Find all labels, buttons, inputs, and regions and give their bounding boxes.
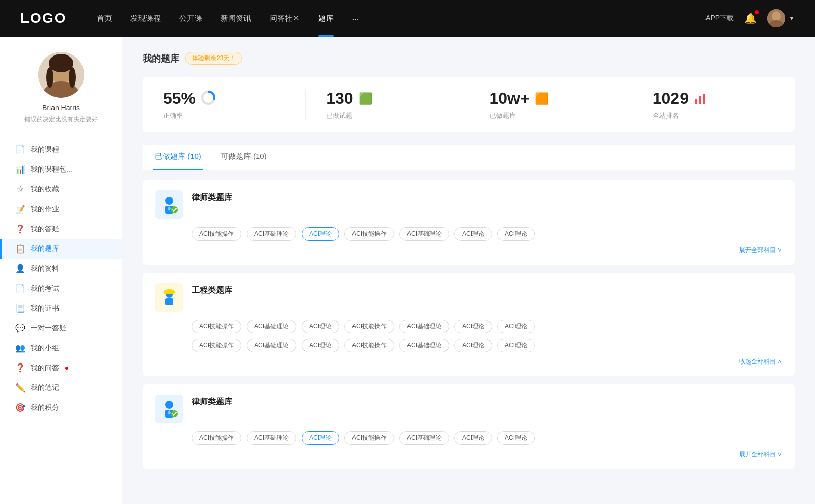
accuracy-label: 正确率 bbox=[163, 111, 183, 120]
eng-tag-r2-6[interactable]: ACI理论 bbox=[497, 339, 535, 352]
eng-tag-r2-0[interactable]: ACI技能操作 bbox=[192, 339, 241, 352]
sidebar-item-group[interactable]: 👥 我的小组 bbox=[0, 338, 122, 358]
sidebar-item-points[interactable]: 🎯 我的积分 bbox=[0, 398, 122, 417]
nav-discover[interactable]: 发现课程 bbox=[130, 14, 161, 23]
law2-tag-0[interactable]: ACI技能操作 bbox=[192, 431, 241, 445]
eng-tag-r2-3[interactable]: ACI技能操作 bbox=[344, 339, 394, 352]
eng-tag-r2-4[interactable]: ACI基础理论 bbox=[399, 339, 449, 352]
law2-tag-1[interactable]: ACI基础理论 bbox=[247, 431, 296, 445]
user-avatar bbox=[38, 52, 84, 98]
bank-tags-engineer-row1: ACI技能操作 ACI基础理论 ACI理论 ACI技能操作 ACI基础理论 AC… bbox=[192, 320, 782, 333]
one-on-one-icon: 💬 bbox=[15, 323, 25, 333]
eng-tag-r1-1[interactable]: ACI基础理论 bbox=[247, 320, 296, 333]
list-icon: 🟧 bbox=[535, 92, 549, 105]
tag-6[interactable]: ACI理论 bbox=[497, 227, 535, 241]
banks-label: 已做题库 bbox=[490, 111, 516, 120]
collapse-link-2[interactable]: 收起全部科目 ∧ bbox=[155, 357, 782, 366]
sidebar-item-exam[interactable]: 📄 我的考试 bbox=[0, 278, 122, 298]
tag-1[interactable]: ACI基础理论 bbox=[247, 227, 296, 241]
logo: LOGO bbox=[20, 10, 66, 26]
sidebar-item-notes[interactable]: ✏️ 我的笔记 bbox=[0, 378, 122, 398]
page-title: 我的题库 bbox=[143, 52, 179, 65]
bank-card-engineer: 工程类题库 ACI技能操作 ACI基础理论 ACI理论 ACI技能操作 ACI基… bbox=[143, 273, 795, 376]
bank-card-header-3: 律师类题库 bbox=[155, 395, 782, 423]
user-motto: 错误的决定比没有决定要好 bbox=[24, 115, 98, 124]
tag-0[interactable]: ACI技能操作 bbox=[192, 227, 241, 241]
eng-tag-r2-1[interactable]: ACI基础理论 bbox=[247, 339, 296, 352]
svg-rect-12 bbox=[699, 96, 701, 104]
expand-link-3[interactable]: 展开全部科目 ∨ bbox=[155, 450, 782, 459]
eng-tag-r1-4[interactable]: ACI基础理论 bbox=[399, 320, 449, 333]
tag-3[interactable]: ACI技能操作 bbox=[344, 227, 394, 241]
qa-dot-badge bbox=[65, 367, 68, 370]
stat-rank-top: 1029 bbox=[653, 89, 708, 108]
law2-tag-4[interactable]: ACI基础理论 bbox=[399, 431, 449, 445]
app-download[interactable]: APP下载 bbox=[705, 14, 734, 23]
tab-done[interactable]: 已做题库 (10) bbox=[153, 145, 203, 170]
stat-questions: 130 🟩 已做试题 bbox=[306, 89, 469, 120]
sidebar-item-one-on-one[interactable]: 💬 一对一答疑 bbox=[0, 318, 122, 338]
tag-2[interactable]: ACI理论 bbox=[302, 227, 339, 241]
nav-home[interactable]: 首页 bbox=[97, 14, 112, 23]
sidebar-menu: 📄 我的课程 📊 我的课程包... ☆ 我的收藏 📝 我的作业 ❓ 我的答疑 📋 bbox=[0, 134, 122, 423]
eng-tag-r1-2[interactable]: ACI理论 bbox=[302, 320, 339, 333]
sidebar-item-qa[interactable]: ❓ 我的答疑 bbox=[0, 219, 122, 239]
bank-tags-lawyer-2: ACI技能操作 ACI基础理论 ACI理论 ACI技能操作 ACI基础理论 AC… bbox=[192, 431, 782, 445]
page-header: 我的题库 体验剩余23天！ bbox=[143, 52, 795, 65]
law2-tag-6[interactable]: ACI理论 bbox=[497, 431, 535, 445]
eng-tag-r1-0[interactable]: ACI技能操作 bbox=[192, 320, 241, 333]
sidebar-item-my-qa[interactable]: ❓ 我的问答 bbox=[0, 358, 122, 378]
banks-value: 10w+ bbox=[490, 89, 530, 108]
tabs-row: 已做题库 (10) 可做题库 (10) bbox=[143, 145, 795, 170]
notification-bell-icon[interactable]: 🔔 bbox=[744, 12, 757, 24]
tag-4[interactable]: ACI基础理论 bbox=[399, 227, 449, 241]
course-pkg-icon: 📊 bbox=[15, 164, 25, 174]
nav-open-course[interactable]: 公开课 bbox=[179, 14, 202, 23]
favorites-icon: ☆ bbox=[15, 184, 25, 194]
law2-tag-5[interactable]: ACI理论 bbox=[454, 431, 492, 445]
sidebar-item-favorites[interactable]: ☆ 我的收藏 bbox=[0, 179, 122, 199]
sidebar-item-course[interactable]: 📄 我的课程 bbox=[0, 139, 122, 159]
sidebar-item-profile[interactable]: 👤 我的资料 bbox=[0, 259, 122, 278]
eng-tag-r1-6[interactable]: ACI理论 bbox=[497, 320, 535, 333]
nav-qa[interactable]: 问答社区 bbox=[269, 14, 300, 23]
top-navigation: LOGO 首页 发现课程 公开课 新闻资讯 问答社区 题库 ··· APP下载 … bbox=[0, 0, 815, 37]
my-qa-icon: ❓ bbox=[15, 363, 25, 373]
lawyer-bank-icon-1 bbox=[155, 190, 183, 219]
svg-point-14 bbox=[165, 197, 173, 205]
user-menu[interactable]: ▼ bbox=[767, 9, 795, 27]
law2-tag-3[interactable]: ACI技能操作 bbox=[344, 431, 394, 445]
eng-tag-r2-2[interactable]: ACI理论 bbox=[302, 339, 339, 352]
course-icon: 📄 bbox=[15, 145, 25, 154]
certificate-icon: 📃 bbox=[15, 303, 25, 313]
tab-available[interactable]: 可做题库 (10) bbox=[219, 145, 269, 170]
sidebar-item-course-pkg[interactable]: 📊 我的课程包... bbox=[0, 159, 122, 179]
points-icon: 🎯 bbox=[15, 403, 25, 412]
svg-point-22 bbox=[165, 401, 173, 409]
sidebar-item-quiz-bank[interactable]: 📋 我的题库 bbox=[0, 239, 122, 259]
eng-tag-r1-3[interactable]: ACI技能操作 bbox=[344, 320, 394, 333]
notification-badge bbox=[755, 10, 759, 14]
nav-more[interactable]: ··· bbox=[352, 14, 359, 23]
exam-icon: 📄 bbox=[15, 284, 25, 293]
bank-card-header-2: 工程类题库 bbox=[155, 283, 782, 312]
sidebar-item-homework[interactable]: 📝 我的作业 bbox=[0, 199, 122, 219]
doc-icon: 🟩 bbox=[359, 92, 372, 105]
avatar bbox=[767, 9, 785, 27]
nav-news[interactable]: 新闻资讯 bbox=[221, 14, 251, 23]
svg-rect-20 bbox=[164, 292, 175, 294]
questions-label: 已做试题 bbox=[326, 111, 352, 120]
tag-5[interactable]: ACI理论 bbox=[454, 227, 492, 241]
notes-icon: ✏️ bbox=[15, 383, 25, 393]
eng-tag-r1-5[interactable]: ACI理论 bbox=[454, 320, 492, 333]
law2-tag-2[interactable]: ACI理论 bbox=[302, 431, 339, 445]
bank-tags-engineer-row2: ACI技能操作 ACI基础理论 ACI理论 ACI技能操作 ACI基础理论 AC… bbox=[192, 339, 782, 352]
trial-badge: 体验剩余23天！ bbox=[185, 52, 242, 65]
sidebar-item-certificate[interactable]: 📃 我的证书 bbox=[0, 298, 122, 318]
homework-icon: 📝 bbox=[15, 204, 25, 214]
eng-tag-r2-5[interactable]: ACI理论 bbox=[454, 339, 492, 352]
stat-accuracy: 55% 正确率 bbox=[143, 89, 306, 120]
nav-links: 首页 发现课程 公开课 新闻资讯 问答社区 题库 ··· bbox=[97, 14, 705, 23]
nav-quiz[interactable]: 题库 bbox=[318, 14, 334, 23]
expand-link-1[interactable]: 展开全部科目 ∨ bbox=[155, 246, 782, 255]
